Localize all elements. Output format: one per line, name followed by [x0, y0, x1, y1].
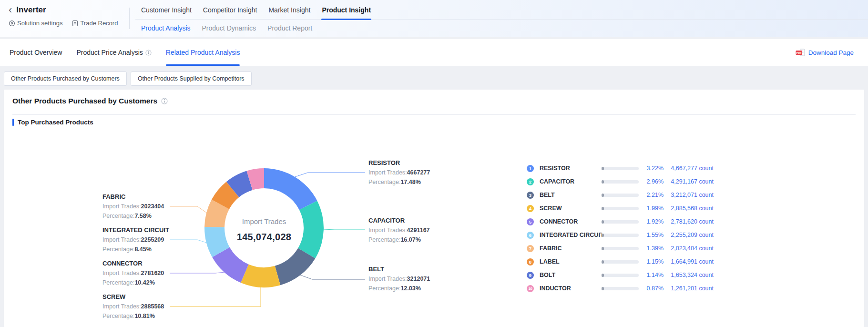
solution-settings-label: Solution settings	[17, 20, 62, 27]
rank-row-screw[interactable]: 4SCREW1.99%2,885,568 count	[527, 202, 714, 215]
solution-settings-button[interactable]: Solution settings	[9, 20, 62, 27]
section-title: Other Products Purchased by Customers	[12, 97, 157, 105]
rank-product-name: FABRIC	[540, 245, 602, 252]
tab-product-overview[interactable]: Product Overview	[10, 39, 62, 66]
page-title: Inverter	[16, 5, 46, 15]
rank-badge: 1	[527, 165, 534, 172]
rank-product-name: CONNECTOR	[540, 218, 602, 225]
rank-progress-fill	[602, 207, 604, 210]
rank-count: 2,023,404 count	[664, 245, 714, 252]
rank-count: 3,212,071 count	[664, 192, 714, 198]
relation-filter-buttons: Other Products Purchased by CustomersOth…	[4, 72, 252, 86]
rank-product-name: LABEL	[540, 258, 602, 265]
rank-product-name: INDUCTOR	[540, 285, 602, 292]
callout-connector: CONNECTORImport Trades:2781620Percentage…	[102, 259, 203, 287]
rank-badge: 8	[527, 258, 534, 266]
callout-percentage: Percentage:8.45%	[102, 245, 203, 254]
rank-progress-bar	[602, 194, 639, 197]
svg-text:PDF: PDF	[796, 51, 802, 54]
donut-segment-resistor[interactable]	[264, 168, 317, 210]
rank-row-capacitor[interactable]: 2CAPACITOR2.96%4,291,167 count	[527, 175, 714, 188]
callout-screw: SCREWImport Trades:2885568Percentage:10.…	[102, 292, 203, 321]
rank-percentage: 1.15%	[639, 258, 664, 265]
rank-progress-bar	[602, 234, 639, 237]
filter-button-other-products-purchased-by-customers[interactable]: Other Products Purchased by Customers	[4, 72, 127, 86]
rank-progress-bar	[602, 180, 639, 184]
main-tab-competitor-insight[interactable]: Competitor Insight	[197, 0, 263, 20]
main-tab-market-insight[interactable]: Market Insight	[263, 0, 316, 20]
rank-percentage: 1.92%	[639, 218, 664, 225]
download-page-button[interactable]: PDF Download Page	[796, 39, 854, 66]
page: { "header": { "back_label": "Inverter", …	[0, 0, 868, 327]
sub-tab-product-analysis[interactable]: Product Analysis	[135, 21, 196, 35]
tab-related-product-analysis[interactable]: Related Product Analysis	[166, 39, 240, 66]
tab-product-price-analysis[interactable]: Product Price Analysis	[76, 39, 151, 66]
callout-integrated-circuit: INTEGRATED CIRCUITImport Trades:2255209P…	[102, 225, 203, 254]
download-page-label: Download Page	[808, 49, 854, 56]
main-tab-customer-insight[interactable]: Customer Insight	[135, 0, 197, 20]
rank-percentage: 3.22%	[639, 165, 664, 172]
callout-import-trades: Import Trades:3212071	[368, 274, 469, 284]
callout-import-trades: Import Trades:2023404	[102, 202, 203, 211]
rank-row-belt[interactable]: 3BELT2.21%3,212,071 count	[527, 188, 714, 202]
rank-row-label[interactable]: 8LABEL1.15%1,664,991 count	[527, 255, 714, 268]
back-chevron-icon[interactable]: ‹	[9, 6, 12, 14]
callout-product-name: BELT	[368, 265, 469, 274]
rank-progress-bar	[602, 220, 639, 224]
rank-badge: 3	[527, 192, 534, 199]
callout-import-trades: Import Trades:2885568	[102, 302, 203, 311]
leader-line-belt	[300, 275, 365, 279]
filter-button-other-products-supplied-by-competitors[interactable]: Other Products Supplied by Competitors	[131, 72, 252, 86]
rank-row-integrated-circuit[interactable]: 6INTEGRATED CIRCUIT1.55%2,255,209 count	[527, 228, 714, 242]
rank-progress-fill	[602, 260, 604, 264]
sub-tab-product-report[interactable]: Product Report	[262, 21, 318, 35]
trade-record-label: Trade Record	[80, 20, 118, 27]
rank-badge: 2	[527, 178, 534, 185]
callout-fabric: FABRICImport Trades:2023404Percentage:7.…	[102, 192, 203, 221]
header-divider	[129, 8, 130, 29]
leader-line-capacitor	[324, 229, 365, 230]
rank-count: 1,653,324 count	[664, 272, 714, 278]
rank-progress-bar	[602, 167, 639, 170]
chart-subtitle: Top Purchased Products	[18, 119, 93, 126]
donut-center-label: Import Trades	[212, 217, 317, 225]
rank-row-resistor[interactable]: 1RESISTOR3.22%4,667,277 count	[527, 162, 714, 175]
main-tab-product-insight[interactable]: Product Insight	[316, 0, 377, 20]
top-products-list: 1RESISTOR3.22%4,667,277 count2CAPACITOR2…	[527, 162, 714, 295]
callout-product-name: FABRIC	[102, 192, 203, 202]
rank-badge: 6	[527, 232, 534, 239]
rank-progress-fill	[602, 180, 604, 184]
callout-product-name: SCREW	[102, 292, 203, 302]
rank-badge: 7	[527, 245, 534, 252]
rank-progress-fill	[602, 247, 604, 250]
rank-progress-fill	[602, 220, 604, 224]
rank-progress-bar	[602, 247, 639, 250]
rank-row-bolt[interactable]: 9BOLT1.14%1,653,324 count	[527, 268, 714, 282]
rank-product-name: CAPACITOR	[540, 178, 602, 185]
callout-percentage: Percentage:10.42%	[102, 278, 203, 287]
callout-percentage: Percentage:16.07%	[368, 235, 469, 245]
section-info-icon[interactable]	[161, 98, 168, 104]
tab-label-product-price-analysis: Product Price Analysis	[76, 49, 143, 56]
callout-percentage: Percentage:12.03%	[368, 284, 469, 293]
rank-percentage: 1.14%	[639, 272, 664, 278]
rank-row-connector[interactable]: 5CONNECTOR1.92%2,781,620 count	[527, 215, 714, 228]
insight-tabs: Customer InsightCompetitor InsightMarket…	[135, 0, 377, 20]
rank-product-name: BELT	[540, 192, 602, 198]
callout-import-trades: Import Trades:4667277	[368, 168, 469, 177]
donut-center: Import Trades 145,074,028	[212, 217, 317, 243]
sub-tab-product-dynamics[interactable]: Product Dynamics	[196, 21, 262, 35]
callout-import-trades: Import Trades:2781620	[102, 268, 203, 278]
rank-count: 4,291,167 count	[664, 178, 714, 185]
rank-progress-fill	[602, 234, 604, 237]
trade-record-button[interactable]: Trade Record	[72, 20, 118, 27]
analysis-tabs: Product OverviewProduct Price AnalysisRe…	[10, 39, 240, 66]
info-icon	[145, 50, 152, 56]
rank-row-fabric[interactable]: 7FABRIC1.39%2,023,404 count	[527, 242, 714, 255]
rank-badge: 9	[527, 272, 534, 279]
rank-progress-bar	[602, 274, 639, 277]
rank-progress-bar	[602, 260, 639, 264]
leader-line-resistor	[295, 173, 365, 177]
callout-import-trades: Import Trades:2255209	[102, 235, 203, 245]
rank-row-inductor[interactable]: 10INDUCTOR0.87%1,261,201 count	[527, 282, 714, 295]
